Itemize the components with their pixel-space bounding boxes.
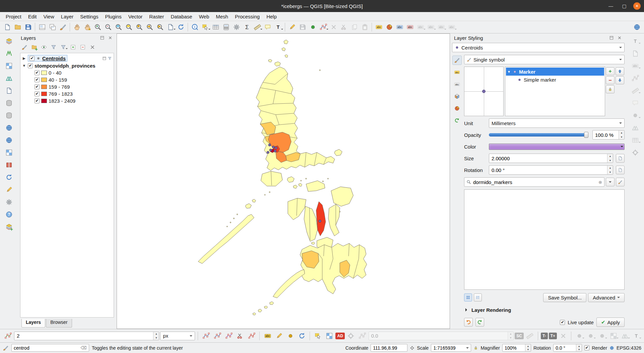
add-delimited-text-button[interactable] [4, 86, 14, 96]
saved-symbols-gallery[interactable] [464, 189, 625, 290]
rotation-spinbox[interactable]: ▲▼ [553, 344, 582, 352]
symbol-tree-item-marker[interactable]: ▼ Marker [506, 68, 604, 76]
class-visibility-checkbox[interactable] [35, 84, 40, 89]
zoom-to-selection-button[interactable] [124, 22, 134, 32]
minimize-button[interactable]: — [606, 2, 615, 10]
temporal-controller-button[interactable] [4, 172, 14, 182]
crs-globe-icon[interactable] [609, 346, 614, 350]
add-symbol-layer-button[interactable] [606, 67, 615, 75]
offset-spinbox[interactable]: ▲▼ [369, 332, 514, 340]
locator-input[interactable] [14, 345, 79, 351]
lock-colors-button[interactable] [606, 85, 615, 93]
layer-item-centroids[interactable]: ▶ Centroids [21, 55, 113, 62]
parallel-constraint-button[interactable] [357, 331, 368, 341]
toggle-editing-button[interactable] [287, 22, 297, 32]
advanced-button[interactable]: Advanced [588, 293, 625, 302]
size-input[interactable] [492, 156, 607, 161]
identify-features-button[interactable] [190, 22, 200, 32]
menu-help[interactable]: Help [263, 13, 280, 20]
vertex-tool-button[interactable] [318, 22, 328, 32]
menu-mesh[interactable]: Mesh [213, 13, 231, 20]
move-up-button[interactable] [616, 67, 624, 75]
crs-value[interactable]: EPSG:4326 [617, 345, 641, 351]
color-button[interactable] [489, 144, 625, 150]
simplify-feature-button[interactable] [274, 331, 284, 341]
apply-button[interactable]: ✔Apply [596, 318, 625, 327]
angle-constraint-button[interactable] [525, 331, 535, 341]
icon-view-toggle[interactable] [464, 293, 472, 301]
select-features-button[interactable] [200, 22, 210, 32]
offset-input[interactable] [371, 333, 508, 339]
scale-input[interactable] [433, 345, 461, 351]
ellipse-button[interactable] [597, 331, 607, 341]
move-label-button[interactable] [436, 22, 446, 32]
metasearch-button[interactable] [632, 22, 642, 32]
tab-labels[interactable] [452, 68, 462, 77]
layout-manager-button[interactable] [47, 22, 58, 32]
menu-plugins[interactable]: Plugins [102, 13, 125, 20]
menu-raster[interactable]: Raster [146, 13, 167, 20]
show-hide-labels-button[interactable] [426, 22, 436, 32]
right-toolbar-icon[interactable] [630, 61, 641, 71]
list-view-toggle[interactable] [474, 293, 482, 301]
zoom-last-button[interactable]: ◀ [144, 22, 155, 32]
collapse-all-icon[interactable] [78, 43, 87, 52]
redo-button[interactable] [475, 318, 484, 327]
manage-map-themes-icon[interactable] [40, 43, 48, 52]
expand-arrow-icon[interactable]: ▶ [22, 56, 26, 61]
right-toolbar-icon[interactable] [630, 36, 641, 46]
add-spatialite-layer-button[interactable] [4, 110, 14, 120]
measure-button[interactable] [252, 22, 262, 32]
class-visibility-checkbox[interactable] [35, 98, 40, 103]
renderer-select[interactable]: Single symbol [464, 55, 625, 64]
class-visibility-checkbox[interactable] [35, 77, 40, 82]
new-print-layout-button[interactable] [37, 22, 47, 32]
trim-extend-button[interactable] [558, 331, 568, 341]
symbol-tree-item-simple-marker[interactable]: Simple marker [506, 76, 604, 84]
layer-item-provinces[interactable]: ▼ stompcovidph_provinces [21, 62, 113, 69]
options-button[interactable] [231, 22, 242, 32]
open-layer-styling-icon[interactable] [20, 43, 29, 52]
map-canvas[interactable] [117, 34, 450, 329]
change-label-button[interactable] [446, 22, 457, 32]
locator-icon[interactable] [3, 345, 9, 351]
clear-search-icon[interactable]: ⊗ [598, 180, 602, 185]
spin-steppers[interactable]: ▲▼ [153, 332, 159, 340]
menu-web[interactable]: Web [196, 13, 212, 20]
filter-legend-by-expression-icon[interactable] [59, 43, 68, 52]
legend-class-row[interactable]: 1823 - 2409 [21, 97, 113, 104]
copy-move-feature-button[interactable] [212, 331, 222, 341]
tab-history[interactable] [452, 116, 462, 125]
select-by-area-button[interactable] [313, 331, 323, 341]
style-manager-button[interactable] [58, 22, 68, 32]
menu-vector[interactable]: Vector [125, 13, 146, 20]
legend-class-row[interactable]: 0 - 40 [21, 69, 113, 76]
slider-handle[interactable] [584, 132, 588, 138]
open-project-button[interactable] [12, 22, 23, 32]
regular-polygon-button[interactable] [620, 331, 630, 341]
copy-features-button[interactable] [349, 22, 360, 32]
rotation-input[interactable] [492, 167, 607, 173]
collapse-arrow-icon[interactable]: ▼ [507, 70, 511, 74]
tab-diagrams[interactable] [452, 104, 462, 113]
layer-rendering-section[interactable]: Layer Rendering [464, 305, 625, 315]
remove-layer-icon[interactable] [88, 43, 97, 52]
styling-layer-select[interactable]: Centroids [452, 43, 625, 52]
filter-legend-icon[interactable] [49, 43, 58, 52]
add-mesh-layer-button[interactable] [4, 73, 14, 83]
offset-curve-button[interactable] [262, 331, 273, 341]
add-point-feature-button[interactable] [308, 22, 318, 32]
undock-panel-icon[interactable] [608, 35, 615, 41]
lock-scale-icon[interactable] [473, 346, 478, 350]
close-button[interactable]: ✕ [633, 2, 641, 10]
layer-diagram-button[interactable] [384, 22, 394, 32]
zoom-out-button[interactable]: − [103, 22, 113, 32]
magnifier-input[interactable] [503, 345, 525, 351]
rectangle-button[interactable] [608, 331, 619, 341]
class-visibility-checkbox[interactable] [35, 70, 40, 75]
tab-symbology[interactable] [452, 56, 462, 65]
undock-panel-icon[interactable] [99, 35, 105, 41]
spin-steppers[interactable]: ▲▼ [607, 154, 613, 163]
menu-view[interactable]: View [41, 13, 57, 20]
opacity-input[interactable] [595, 132, 619, 138]
